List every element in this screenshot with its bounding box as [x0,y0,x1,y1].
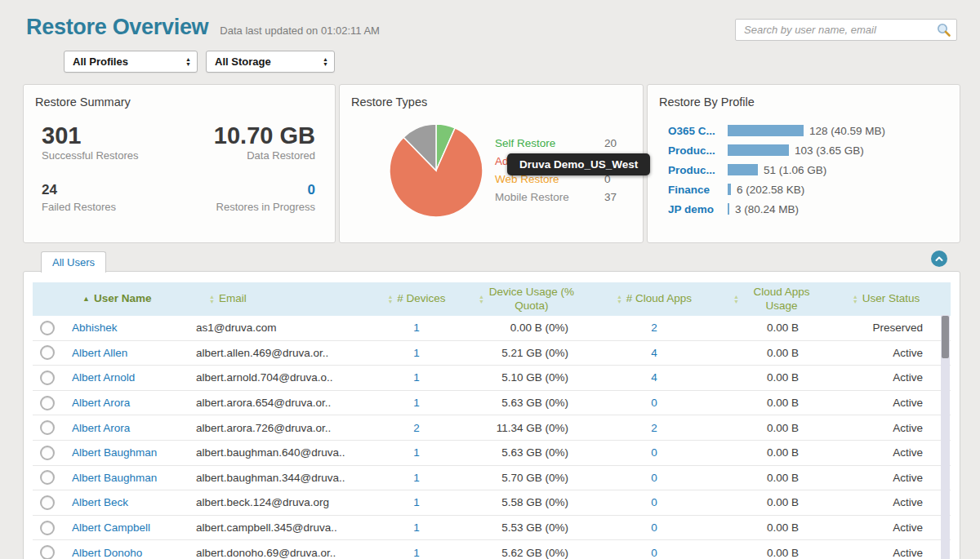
profile-bar [728,144,789,156]
table-row: Albert Arnold albert.arnold.704@druva.o.… [33,366,951,391]
search-box[interactable] [735,19,957,41]
cloud-apps-count-link[interactable]: 0 [577,446,732,459]
row-radio-button[interactable] [40,396,55,410]
device-count-link[interactable]: 1 [356,347,477,359]
row-radio-button[interactable] [40,321,55,335]
row-radio-button[interactable] [40,420,55,435]
row-radio-button[interactable] [40,345,55,360]
cloud-apps-count-link[interactable]: 4 [577,347,732,359]
search-icon[interactable] [936,22,951,38]
header-select-column [33,297,72,302]
cloud-apps-count-link[interactable]: 0 [577,496,732,508]
user-status-value: Active [822,422,951,434]
profile-bar-row: JP demo 3 (80.24 MB) [668,199,953,219]
device-usage-value: 0.00 B (0%) [477,322,577,334]
user-name-link[interactable]: Albert Beck [72,496,196,508]
table-header-row: ▲ User Name ▲▼ Email ▲▼ # Devices ▲▼ Dev… [33,282,951,316]
user-name-link[interactable]: Albert Donoho [72,547,196,559]
device-count-link[interactable]: 1 [356,371,477,384]
cloud-apps-count-link[interactable]: 0 [577,547,732,559]
restore-by-profile-card: Restore By Profile O365 C... 128 (40.59 … [647,84,960,243]
profiles-filter-dropdown[interactable]: All Profiles ▲▼ [64,51,198,73]
row-radio-button[interactable] [40,545,55,559]
profile-bar [728,164,758,175]
sort-asc-icon: ▲ [82,295,90,304]
user-status-value: Active [822,397,951,409]
profile-name-link[interactable]: Produc... [668,144,728,157]
user-status-value: Preserved [822,322,951,334]
table-row: Albert Arora albert.arora.654@druva.or..… [33,391,951,416]
column-header-cloud-apps[interactable]: ▲▼ # Cloud Apps [577,290,732,308]
device-count-link[interactable]: 1 [356,446,477,459]
user-name-link[interactable]: Albert Arora [72,422,196,434]
table-row: Abhishek as1@druva.com 1 0.00 B (0%) 2 0… [33,316,951,341]
column-header-cloud-apps-usage[interactable]: ▲▼ Cloud Apps Usage [732,283,822,314]
successful-restores-stat: 301 Successful Restores [42,123,139,162]
cloud-apps-count-link[interactable]: 0 [577,521,732,534]
cloud-apps-usage-value: 0.00 B [732,322,822,334]
profile-name-link[interactable]: JP demo [668,203,728,215]
table-row: Albert Donoho albert.donoho.69@druva.or.… [33,540,951,559]
device-usage-value: 5.58 GB (0%) [477,496,577,508]
profile-bar-value: 51 (1.06 GB) [764,164,826,176]
restore-types-pie-chart[interactable] [387,122,485,220]
column-header-user-status[interactable]: ▲▼ User Status [822,290,951,308]
device-count-link[interactable]: 1 [356,521,477,534]
row-radio-button[interactable] [40,470,55,485]
user-name-link[interactable]: Albert Arnold [72,371,196,384]
user-status-value: Active [822,347,951,359]
profile-bar [728,203,729,215]
user-email: albert.allen.469@druva.or.. [196,347,356,359]
device-count-link[interactable]: 1 [356,322,477,334]
device-count-link[interactable]: 1 [356,496,477,508]
cloud-apps-count-link[interactable]: 2 [577,422,732,434]
storage-filter-dropdown[interactable]: All Storage ▲▼ [206,51,335,73]
cloud-apps-count-link[interactable]: 4 [577,371,732,384]
tab-all-users[interactable]: All Users [41,251,106,273]
column-header-device-usage[interactable]: ▲▼ Device Usage (% Quota) [477,283,577,314]
restore-summary-card: Restore Summary 301 Successful Restores … [23,84,336,243]
profile-bar-chart: O365 C... 128 (40.59 MB) Produc... 103 (… [668,121,953,219]
row-radio-button[interactable] [40,446,55,460]
row-radio-button[interactable] [40,521,55,535]
device-usage-value: 11.34 GB (0%) [477,422,577,434]
column-header-devices[interactable]: ▲▼ # Devices [356,290,477,308]
collapse-panel-button[interactable] [931,251,947,267]
table-row: Albert Baughman albert.baughman.640@druv… [33,441,951,466]
device-count-link[interactable]: 2 [356,422,477,434]
table-scrollbar[interactable] [941,315,950,559]
profile-name-link[interactable]: Produc... [668,164,728,176]
profiles-filter-value: All Profiles [73,55,128,68]
profile-bar-row: Produc... 103 (3.65 GB) [668,140,953,160]
device-count-link[interactable]: 1 [356,547,477,559]
user-table-body: Abhishek as1@druva.com 1 0.00 B (0%) 2 0… [33,316,951,559]
search-input[interactable] [736,24,936,36]
cloud-apps-usage-value: 0.00 B [732,371,822,384]
profile-name-link[interactable]: Finance [668,184,728,196]
column-header-email[interactable]: ▲▼ Email [196,290,356,308]
profile-bar [728,184,731,195]
user-name-link[interactable]: Albert Campbell [72,521,196,534]
restore-types-title: Restore Types [340,85,643,109]
cloud-apps-count-link[interactable]: 0 [577,472,732,484]
restore-by-profile-title: Restore By Profile [648,85,960,109]
device-usage-value: 5.70 GB (0%) [477,472,577,484]
profile-bar-row: Finance 6 (202.58 KB) [668,180,953,199]
user-name-link[interactable]: Albert Allen [72,347,196,359]
cloud-apps-count-link[interactable]: 0 [577,397,732,409]
row-radio-button[interactable] [40,495,55,510]
profile-name-link[interactable]: O365 C... [668,125,728,137]
cloud-apps-count-link[interactable]: 2 [577,322,732,334]
restores-in-progress-value[interactable]: 0 [216,182,315,198]
user-name-link[interactable]: Abhishek [72,322,196,334]
user-name-link[interactable]: Albert Baughman [72,472,196,484]
device-count-link[interactable]: 1 [356,397,477,409]
dropdown-arrows-icon: ▲▼ [185,57,191,67]
scrollbar-thumb[interactable] [942,316,949,358]
user-name-link[interactable]: Albert Arora [72,397,196,409]
row-radio-button[interactable] [40,370,55,385]
user-name-link[interactable]: Albert Baughman [72,446,196,459]
device-count-link[interactable]: 1 [356,472,477,484]
column-header-user-name[interactable]: ▲ User Name [72,290,196,308]
dropdown-arrows-icon: ▲▼ [323,57,328,67]
